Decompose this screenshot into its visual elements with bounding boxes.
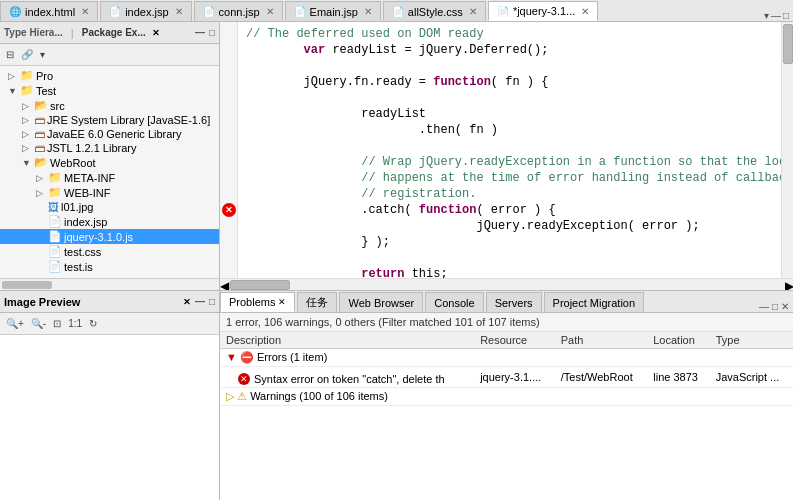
- code-comment-11: // registration.: [246, 187, 476, 201]
- tab-allstyle-css[interactable]: 📄 allStyle.css ✕: [383, 1, 486, 21]
- tasks-tab-label: 任务: [306, 295, 328, 310]
- close-tab-conn-jsp[interactable]: ✕: [266, 6, 274, 17]
- close-tab-index-html[interactable]: ✕: [81, 6, 89, 17]
- close-tab-index-jsp[interactable]: ✕: [175, 6, 183, 17]
- tab-emain-jsp[interactable]: 📄 Emain.jsp ✕: [285, 1, 381, 21]
- tree-item-jstl[interactable]: ▷ 🗃 JSTL 1.2.1 Library: [0, 141, 219, 155]
- tab-bar-controls: ▾ — □: [764, 10, 793, 21]
- link-with-editor-button[interactable]: 🔗: [19, 48, 35, 61]
- bottom-panel: Image Preview ✕ — □ 🔍+ 🔍- ⊡ 1:1 ↻ Proble…: [0, 290, 793, 500]
- tree-item-web-inf[interactable]: ▷ 📁 WEB-INF: [0, 185, 219, 200]
- editor-gutter: ✕: [220, 22, 238, 278]
- project-icon-test: 📁: [20, 84, 34, 97]
- close-left-panel-btn[interactable]: ✕: [152, 28, 160, 38]
- tab-conn-jsp[interactable]: 📄 conn.jsp ✕: [194, 1, 283, 21]
- editor-hscroll-thumb[interactable]: [230, 280, 290, 290]
- maximize-image-preview[interactable]: □: [209, 296, 215, 307]
- servers-tab-label: Servers: [495, 297, 533, 309]
- tree-menu-button[interactable]: ▾: [38, 48, 47, 61]
- tab-web-browser[interactable]: Web Browser: [339, 292, 423, 312]
- fit-button[interactable]: ⊡: [51, 317, 63, 330]
- error-group-icon: ⛔: [240, 351, 254, 363]
- tree-label-index-jsp: index.jsp: [64, 216, 107, 228]
- tab-label-index-jsp: index.jsp: [125, 6, 168, 18]
- tree-item-pro[interactable]: ▷ 📁 Pro: [0, 68, 219, 83]
- error-group-row[interactable]: ▼ ⛔ Errors (1 item): [220, 349, 793, 367]
- close-tab-jquery-js[interactable]: ✕: [581, 6, 589, 17]
- tree-label-test-css: test.css: [64, 246, 101, 258]
- editor-horizontal-scrollbar[interactable]: ◀ ▶: [220, 278, 793, 290]
- col-path[interactable]: Path: [555, 332, 648, 349]
- tree-item-meta-inf[interactable]: ▷ 📁 META-INF: [0, 170, 219, 185]
- minimize-image-preview[interactable]: —: [195, 296, 205, 307]
- maximize-editor-button[interactable]: □: [783, 10, 789, 21]
- tree-item-test-is[interactable]: 📄 test.is: [0, 259, 219, 274]
- image-preview-content: [0, 335, 219, 500]
- close-tab-allstyle-css[interactable]: ✕: [469, 6, 477, 17]
- jsp-file-tree-icon: 📄: [48, 215, 62, 228]
- col-resource[interactable]: Resource: [474, 332, 555, 349]
- actual-size-button[interactable]: 1:1: [66, 317, 84, 330]
- problems-maximize-btn[interactable]: □: [772, 301, 778, 312]
- problems-close-btn[interactable]: ✕: [781, 301, 789, 312]
- package-explorer-tab[interactable]: Package Ex...: [82, 27, 146, 38]
- expand-jstl-icon: ▷: [22, 143, 32, 153]
- tree-item-l01jpg[interactable]: 🖼 l01.jpg: [0, 200, 219, 214]
- tree-item-jre[interactable]: ▷ 🗃 JRE System Library [JavaSE-1.6]: [0, 113, 219, 127]
- tab-tasks[interactable]: 任务: [297, 292, 337, 312]
- zoom-in-button[interactable]: 🔍+: [4, 317, 26, 330]
- editor-code[interactable]: // The deferred used on DOM ready var re…: [238, 22, 781, 278]
- hscroll-left-btn[interactable]: ◀: [220, 279, 228, 290]
- table-row[interactable]: ▼ ⛔ Errors (1 item): [220, 349, 793, 367]
- tab-jquery-js[interactable]: 📄 *jquery-3.1... ✕: [488, 1, 598, 21]
- editor-vscroll-thumb[interactable]: [783, 24, 793, 64]
- error-row-location: line 3873: [647, 367, 709, 388]
- code-comment-9: // Wrap jQuery.readyException in a funct…: [246, 155, 781, 169]
- zoom-out-button[interactable]: 🔍-: [29, 317, 48, 330]
- table-row[interactable]: ✕ Syntax error on token "catch", delete …: [220, 367, 793, 388]
- collapse-all-button[interactable]: ⊟: [4, 48, 16, 61]
- tree-item-test-css[interactable]: 📄 test.css: [0, 244, 219, 259]
- error-row-resource: jquery-3.1....: [474, 367, 555, 388]
- hscroll-right-btn[interactable]: ▶: [785, 279, 793, 290]
- problems-summary-text: 1 error, 106 warnings, 0 others (Filter …: [226, 316, 540, 328]
- jar-icon-javaee: 🗃: [34, 128, 45, 140]
- col-type[interactable]: Type: [710, 332, 793, 349]
- tree-item-webroot[interactable]: ▼ 📂 WebRoot: [0, 155, 219, 170]
- tab-index-html[interactable]: 🌐 index.html ✕: [0, 1, 98, 21]
- tree-item-test[interactable]: ▼ 📁 Test: [0, 83, 219, 98]
- table-row[interactable]: ▷ ⚠ Warnings (100 of 106 items): [220, 388, 793, 406]
- tree-item-index-jsp[interactable]: 📄 index.jsp: [0, 214, 219, 229]
- tree-item-javaee[interactable]: ▷ 🗃 JavaEE 6.0 Generic Library: [0, 127, 219, 141]
- problems-table[interactable]: Description Resource Path Location Type …: [220, 332, 793, 500]
- problems-minimize-btn[interactable]: —: [759, 301, 769, 312]
- project-migration-tab-label: Project Migration: [553, 297, 636, 309]
- tree-item-src[interactable]: ▷ 📂 src: [0, 98, 219, 113]
- close-tab-emain-jsp[interactable]: ✕: [364, 6, 372, 17]
- tab-servers[interactable]: Servers: [486, 292, 542, 312]
- minimize-editor-button[interactable]: —: [771, 10, 781, 21]
- tree-horizontal-scrollbar[interactable]: [0, 278, 219, 290]
- close-image-preview-btn[interactable]: ✕: [183, 297, 191, 307]
- editor-vertical-scrollbar[interactable]: [781, 22, 793, 278]
- code-comment-1: // The deferred used on DOM ready: [246, 27, 484, 41]
- tree-scroll-thumb[interactable]: [2, 281, 52, 289]
- expand-webroot-icon: ▼: [22, 158, 32, 168]
- tab-problems[interactable]: Problems ✕: [220, 292, 295, 312]
- tab-index-jsp[interactable]: 📄 index.jsp ✕: [100, 1, 191, 21]
- image-preview-panel: Image Preview ✕ — □ 🔍+ 🔍- ⊡ 1:1 ↻: [0, 291, 220, 500]
- tab-overflow-button[interactable]: ▾: [764, 10, 769, 21]
- tree-item-jquery-js[interactable]: 📄 jquery-3.1.0.js: [0, 229, 219, 244]
- problems-summary: 1 error, 106 warnings, 0 others (Filter …: [220, 313, 793, 332]
- col-description[interactable]: Description: [220, 332, 474, 349]
- type-hierarchy-tab[interactable]: Type Hiera...: [4, 27, 63, 38]
- maximize-left-panel[interactable]: □: [209, 27, 215, 38]
- tab-console[interactable]: Console: [425, 292, 483, 312]
- col-location[interactable]: Location: [647, 332, 709, 349]
- close-problems-tab[interactable]: ✕: [278, 297, 286, 307]
- rotate-button[interactable]: ↻: [87, 317, 99, 330]
- warning-group-row[interactable]: ▷ ⚠ Warnings (100 of 106 items): [220, 388, 793, 406]
- minimize-left-panel[interactable]: —: [195, 27, 205, 38]
- tab-project-migration[interactable]: Project Migration: [544, 292, 645, 312]
- tab-label-allstyle-css: allStyle.css: [408, 6, 463, 18]
